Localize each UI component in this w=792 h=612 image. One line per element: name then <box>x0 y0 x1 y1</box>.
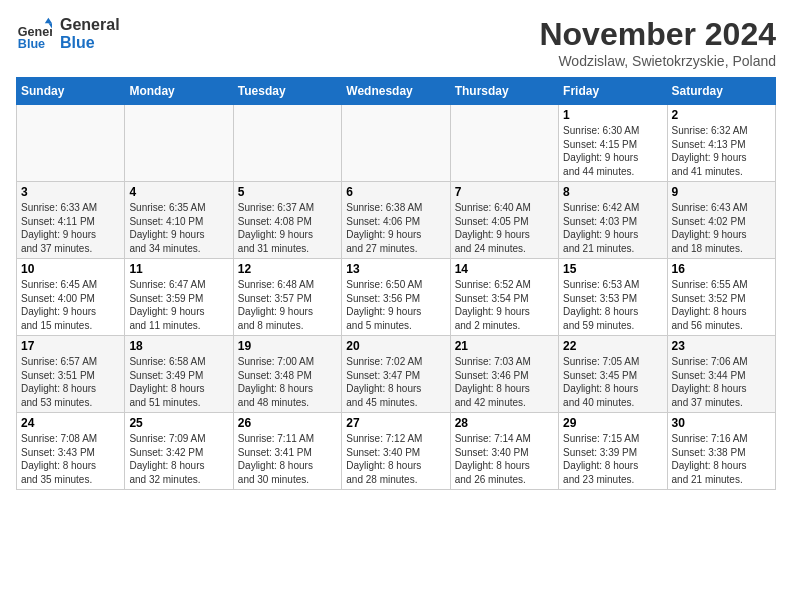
day-info: Sunrise: 7:11 AMSunset: 3:41 PMDaylight:… <box>238 432 337 486</box>
day-header-monday: Monday <box>125 78 233 105</box>
day-info: Sunrise: 7:16 AMSunset: 3:38 PMDaylight:… <box>672 432 771 486</box>
day-number: 21 <box>455 339 554 353</box>
day-info: Sunrise: 6:47 AMSunset: 3:59 PMDaylight:… <box>129 278 228 332</box>
day-number: 7 <box>455 185 554 199</box>
day-number: 20 <box>346 339 445 353</box>
day-header-saturday: Saturday <box>667 78 775 105</box>
day-info: Sunrise: 6:57 AMSunset: 3:51 PMDaylight:… <box>21 355 120 409</box>
day-number: 4 <box>129 185 228 199</box>
calendar-cell <box>125 105 233 182</box>
calendar-cell: 12Sunrise: 6:48 AMSunset: 3:57 PMDayligh… <box>233 259 341 336</box>
day-number: 8 <box>563 185 662 199</box>
day-info: Sunrise: 6:35 AMSunset: 4:10 PMDaylight:… <box>129 201 228 255</box>
calendar-cell: 3Sunrise: 6:33 AMSunset: 4:11 PMDaylight… <box>17 182 125 259</box>
logo-blue: Blue <box>60 34 120 52</box>
day-number: 23 <box>672 339 771 353</box>
calendar-cell: 9Sunrise: 6:43 AMSunset: 4:02 PMDaylight… <box>667 182 775 259</box>
calendar-cell <box>233 105 341 182</box>
calendar-cell: 20Sunrise: 7:02 AMSunset: 3:47 PMDayligh… <box>342 336 450 413</box>
calendar-cell <box>450 105 558 182</box>
day-info: Sunrise: 6:45 AMSunset: 4:00 PMDaylight:… <box>21 278 120 332</box>
day-number: 14 <box>455 262 554 276</box>
day-header-wednesday: Wednesday <box>342 78 450 105</box>
calendar-cell: 5Sunrise: 6:37 AMSunset: 4:08 PMDaylight… <box>233 182 341 259</box>
calendar-week-2: 3Sunrise: 6:33 AMSunset: 4:11 PMDaylight… <box>17 182 776 259</box>
calendar-table: SundayMondayTuesdayWednesdayThursdayFrid… <box>16 77 776 490</box>
day-number: 29 <box>563 416 662 430</box>
page-header: General Blue General Blue November 2024 … <box>16 16 776 69</box>
calendar-cell: 22Sunrise: 7:05 AMSunset: 3:45 PMDayligh… <box>559 336 667 413</box>
calendar-cell: 19Sunrise: 7:00 AMSunset: 3:48 PMDayligh… <box>233 336 341 413</box>
calendar-week-3: 10Sunrise: 6:45 AMSunset: 4:00 PMDayligh… <box>17 259 776 336</box>
day-header-friday: Friday <box>559 78 667 105</box>
calendar-week-4: 17Sunrise: 6:57 AMSunset: 3:51 PMDayligh… <box>17 336 776 413</box>
day-number: 10 <box>21 262 120 276</box>
day-number: 24 <box>21 416 120 430</box>
day-number: 15 <box>563 262 662 276</box>
logo-general: General <box>60 16 120 34</box>
calendar-cell: 6Sunrise: 6:38 AMSunset: 4:06 PMDaylight… <box>342 182 450 259</box>
calendar-cell: 8Sunrise: 6:42 AMSunset: 4:03 PMDaylight… <box>559 182 667 259</box>
day-number: 25 <box>129 416 228 430</box>
day-info: Sunrise: 7:12 AMSunset: 3:40 PMDaylight:… <box>346 432 445 486</box>
calendar-cell: 14Sunrise: 6:52 AMSunset: 3:54 PMDayligh… <box>450 259 558 336</box>
month-title: November 2024 <box>539 16 776 53</box>
calendar-week-1: 1Sunrise: 6:30 AMSunset: 4:15 PMDaylight… <box>17 105 776 182</box>
calendar-cell: 28Sunrise: 7:14 AMSunset: 3:40 PMDayligh… <box>450 413 558 490</box>
logo: General Blue General Blue <box>16 16 120 52</box>
calendar-cell: 30Sunrise: 7:16 AMSunset: 3:38 PMDayligh… <box>667 413 775 490</box>
day-info: Sunrise: 6:58 AMSunset: 3:49 PMDaylight:… <box>129 355 228 409</box>
title-section: November 2024 Wodzislaw, Swietokrzyskie,… <box>539 16 776 69</box>
day-number: 30 <box>672 416 771 430</box>
day-header-thursday: Thursday <box>450 78 558 105</box>
day-number: 6 <box>346 185 445 199</box>
svg-marker-2 <box>45 18 52 23</box>
calendar-cell: 18Sunrise: 6:58 AMSunset: 3:49 PMDayligh… <box>125 336 233 413</box>
calendar-cell <box>342 105 450 182</box>
day-info: Sunrise: 7:08 AMSunset: 3:43 PMDaylight:… <box>21 432 120 486</box>
calendar-header-row: SundayMondayTuesdayWednesdayThursdayFrid… <box>17 78 776 105</box>
day-header-tuesday: Tuesday <box>233 78 341 105</box>
calendar-cell: 7Sunrise: 6:40 AMSunset: 4:05 PMDaylight… <box>450 182 558 259</box>
calendar-cell: 17Sunrise: 6:57 AMSunset: 3:51 PMDayligh… <box>17 336 125 413</box>
location-title: Wodzislaw, Swietokrzyskie, Poland <box>539 53 776 69</box>
day-number: 18 <box>129 339 228 353</box>
day-info: Sunrise: 7:15 AMSunset: 3:39 PMDaylight:… <box>563 432 662 486</box>
day-info: Sunrise: 6:38 AMSunset: 4:06 PMDaylight:… <box>346 201 445 255</box>
calendar-cell: 24Sunrise: 7:08 AMSunset: 3:43 PMDayligh… <box>17 413 125 490</box>
svg-text:Blue: Blue <box>18 37 45 51</box>
day-number: 1 <box>563 108 662 122</box>
day-info: Sunrise: 7:06 AMSunset: 3:44 PMDaylight:… <box>672 355 771 409</box>
day-info: Sunrise: 6:52 AMSunset: 3:54 PMDaylight:… <box>455 278 554 332</box>
calendar-cell: 10Sunrise: 6:45 AMSunset: 4:00 PMDayligh… <box>17 259 125 336</box>
day-info: Sunrise: 6:37 AMSunset: 4:08 PMDaylight:… <box>238 201 337 255</box>
day-number: 3 <box>21 185 120 199</box>
calendar-cell: 15Sunrise: 6:53 AMSunset: 3:53 PMDayligh… <box>559 259 667 336</box>
day-number: 13 <box>346 262 445 276</box>
calendar-cell: 25Sunrise: 7:09 AMSunset: 3:42 PMDayligh… <box>125 413 233 490</box>
calendar-week-5: 24Sunrise: 7:08 AMSunset: 3:43 PMDayligh… <box>17 413 776 490</box>
day-info: Sunrise: 6:50 AMSunset: 3:56 PMDaylight:… <box>346 278 445 332</box>
calendar-cell <box>17 105 125 182</box>
logo-icon: General Blue <box>16 16 52 52</box>
calendar-cell: 21Sunrise: 7:03 AMSunset: 3:46 PMDayligh… <box>450 336 558 413</box>
calendar-cell: 2Sunrise: 6:32 AMSunset: 4:13 PMDaylight… <box>667 105 775 182</box>
day-info: Sunrise: 6:30 AMSunset: 4:15 PMDaylight:… <box>563 124 662 178</box>
day-number: 22 <box>563 339 662 353</box>
day-number: 17 <box>21 339 120 353</box>
calendar-cell: 16Sunrise: 6:55 AMSunset: 3:52 PMDayligh… <box>667 259 775 336</box>
day-number: 5 <box>238 185 337 199</box>
day-header-sunday: Sunday <box>17 78 125 105</box>
day-number: 28 <box>455 416 554 430</box>
calendar-cell: 1Sunrise: 6:30 AMSunset: 4:15 PMDaylight… <box>559 105 667 182</box>
calendar-cell: 13Sunrise: 6:50 AMSunset: 3:56 PMDayligh… <box>342 259 450 336</box>
day-info: Sunrise: 7:03 AMSunset: 3:46 PMDaylight:… <box>455 355 554 409</box>
day-info: Sunrise: 6:32 AMSunset: 4:13 PMDaylight:… <box>672 124 771 178</box>
calendar-cell: 23Sunrise: 7:06 AMSunset: 3:44 PMDayligh… <box>667 336 775 413</box>
day-info: Sunrise: 7:05 AMSunset: 3:45 PMDaylight:… <box>563 355 662 409</box>
day-number: 2 <box>672 108 771 122</box>
day-info: Sunrise: 6:33 AMSunset: 4:11 PMDaylight:… <box>21 201 120 255</box>
calendar-cell: 27Sunrise: 7:12 AMSunset: 3:40 PMDayligh… <box>342 413 450 490</box>
day-number: 19 <box>238 339 337 353</box>
calendar-cell: 11Sunrise: 6:47 AMSunset: 3:59 PMDayligh… <box>125 259 233 336</box>
